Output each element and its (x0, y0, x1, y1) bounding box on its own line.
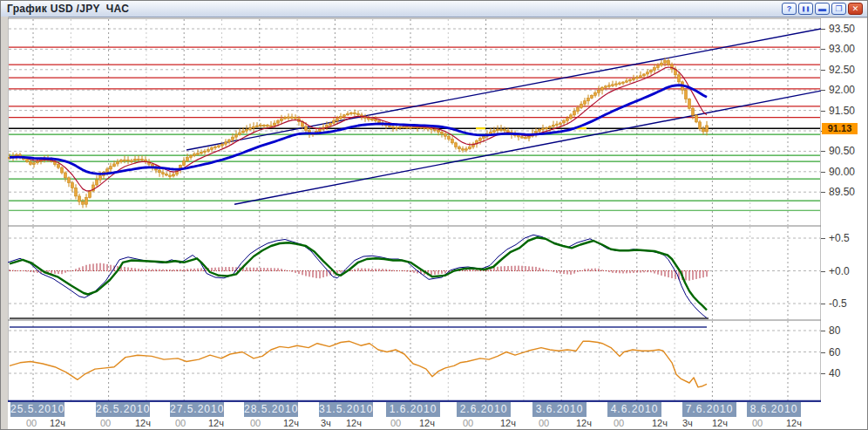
minimize-button[interactable]: ▬ (815, 3, 830, 15)
axis-tick (821, 238, 825, 239)
restore-button[interactable]: ❐ (831, 3, 846, 15)
window-title: График USD /JPY ЧАС (7, 3, 129, 15)
macd-axis-label: +0.5 (829, 232, 850, 244)
time-label: 12ч (786, 418, 802, 428)
time-label: 00 (250, 418, 261, 428)
date-badge: 25.5.2010 (10, 402, 64, 417)
date-badge: 28.5.2010 (244, 402, 298, 417)
time-label: 12ч (50, 418, 65, 428)
time-label: 00 (175, 418, 186, 428)
axis-tick (821, 111, 825, 112)
close-button[interactable]: ✕ (848, 3, 863, 15)
time-label: 12ч (576, 418, 592, 428)
date-badge: 7.6.2010 (682, 402, 736, 417)
title-bar[interactable]: График USD /JPY ЧАС ?❚❚▬❐✕ (1, 1, 867, 17)
price-axis-label: 89.50 (829, 186, 855, 198)
price-pane-canvas[interactable] (8, 18, 821, 226)
date-badge: 27.5.2010 (170, 402, 224, 417)
current-price-badge: 91.13 (822, 123, 858, 134)
time-label: 3ч (321, 418, 331, 428)
axis-tick (821, 70, 825, 71)
axis-tick (821, 29, 825, 30)
axis-tick (821, 192, 825, 193)
date-badge: 26.5.2010 (96, 402, 150, 417)
rsi-pane-canvas[interactable] (8, 320, 821, 401)
time-label: 00 (463, 418, 473, 428)
axis-tick (821, 373, 825, 374)
time-label: 00 (539, 418, 549, 428)
axis-tick (821, 90, 825, 91)
time-label: 12ч (419, 418, 435, 428)
time-label: 12ч (283, 418, 299, 428)
date-badge: 2.6.2010 (457, 402, 511, 417)
rsi-axis-label: 60 (829, 346, 840, 358)
price-axis-label: 90.00 (829, 166, 855, 178)
window-buttons: ?❚❚▬❐✕ (782, 3, 863, 15)
date-badge: 3.6.2010 (532, 402, 587, 417)
time-label: 12ч (500, 418, 516, 428)
macd-axis-label: -0.5 (829, 297, 847, 310)
chart-window: График USD /JPY ЧАС ?❚❚▬❐✕ Exponential_M… (0, 0, 868, 430)
price-axis-label: 93.50 (829, 23, 855, 35)
price-axis-label: 93.00 (829, 43, 855, 55)
macd-axis-label: +0.0 (829, 265, 850, 277)
price-axis-label: 92.50 (829, 64, 855, 76)
time-label: 00 (26, 418, 37, 428)
time-label: 00 (752, 418, 763, 428)
time-label: 12ч (135, 418, 151, 428)
axis-tick (821, 151, 825, 152)
time-label: 00 (390, 418, 401, 428)
axis-tick (821, 304, 825, 304)
time-label: 12ч (712, 418, 728, 428)
price-axis-label: 91.50 (829, 105, 855, 117)
time-label: 12ч (346, 418, 362, 428)
rsi-axis-label: 80 (829, 324, 840, 337)
price-axis-label: 92.00 (829, 84, 855, 96)
axis-tick (821, 49, 825, 50)
date-badge: 31.5.2010 (319, 402, 373, 417)
pause-button[interactable]: ❚❚ (798, 3, 813, 15)
price-axis-label: 90.50 (829, 145, 855, 157)
date-badge: 4.6.2010 (607, 402, 661, 417)
macd-pane-canvas[interactable] (8, 226, 821, 320)
axis-tick (821, 271, 825, 272)
time-label: 12ч (652, 418, 668, 428)
date-badge: 8.6.2010 (747, 402, 801, 417)
time-label: 00 (100, 418, 111, 428)
price-axis (821, 18, 868, 401)
rsi-axis-label: 40 (829, 367, 840, 379)
date-badge: 1.6.2010 (386, 402, 440, 417)
time-label: 00 (614, 418, 624, 428)
axis-tick (821, 352, 825, 353)
time-label: 3ч (682, 418, 693, 428)
help-button[interactable]: ? (782, 3, 797, 15)
time-label: 12ч (208, 418, 224, 428)
axis-tick (821, 331, 825, 331)
axis-tick (821, 172, 825, 173)
